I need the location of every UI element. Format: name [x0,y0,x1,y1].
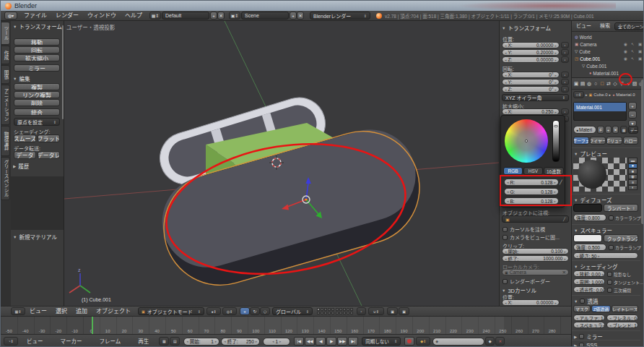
diffuse-color-swatch[interactable] [573,204,602,212]
shading-dropdown-icon[interactable]: ●⇕ [206,307,221,315]
window-titlebar[interactable]: Blender [1,1,644,11]
duplicate-button[interactable]: 複製 [14,83,60,90]
browse-icon[interactable]: □⇕ [573,91,584,98]
editor-type-icon[interactable]: ◔⇕ [4,337,18,346]
lock-icon[interactable]: ▫ [561,108,569,115]
tab-object-icon[interactable]: □ [599,81,605,86]
specular-shader-dropdown[interactable]: クックトランス⇕ [604,234,638,242]
transp-ztransp-tab[interactable]: Z値透過 [591,305,611,312]
outliner-search-menu[interactable]: 検索 [596,21,614,31]
eye-icon[interactable]: ◉ [624,49,627,53]
lock-cursor-row[interactable]: カーソルを注視 [502,226,545,233]
outliner-item-cube001[interactable]: ◳Cube.001 ◉↖▣ [572,55,644,62]
panel-header-specular[interactable]: ▼スペキュラー [572,224,640,234]
location-y-field[interactable]: Y:0.20000 [502,49,560,56]
jump-start-icon[interactable]: |◀ [294,337,304,346]
checkbox-icon[interactable] [502,279,508,284]
insert-keyframe-icon[interactable]: ◆ [485,337,495,346]
render-opengl-anim-icon[interactable]: ▣ [399,307,409,315]
layers-grid-1[interactable] [317,308,334,314]
render-icon[interactable]: ▣ [638,49,642,53]
eye-icon[interactable]: ◉ [624,42,627,46]
type-wire-tab[interactable]: ワイヤー [590,137,606,145]
tab-material-icon[interactable]: ● [625,81,631,86]
tab-texture-icon[interactable]: ▨ [632,81,638,87]
editor-type-icon[interactable]: ▦⇕ [11,307,25,315]
diffuse-shader-dropdown[interactable]: ランバート⇕ [604,204,638,212]
jump-end-icon[interactable]: ▶| [348,337,358,346]
menu-item[interactable]: ファイル [19,11,51,21]
shade-smooth-button[interactable]: スムーズ [14,134,36,142]
frame-history-icon[interactable]: ▤ [170,337,180,346]
render-border-row[interactable]: レンダーボーダー [502,278,550,285]
checkbox-icon[interactable] [502,227,508,232]
tab-scene-icon[interactable]: ◍ [586,81,592,87]
data-transfer-button[interactable]: データ [14,151,36,159]
outliner-item-material001[interactable]: ●Material.001 [572,69,644,77]
checkbox-icon[interactable] [579,334,584,339]
rotation-mode-dropdown[interactable]: XYZ オイラー角⇕ [502,94,569,101]
slot-remove-icon[interactable]: − [628,111,637,119]
current-frame-field[interactable]: 1 [263,338,290,346]
timeline-playhead[interactable] [92,317,93,335]
outliner-item-world[interactable]: ◍World [572,33,644,40]
preview-flat-icon[interactable]: ▬ [628,158,638,163]
blue-field[interactable]: B:0.128 [504,197,559,205]
menu-item[interactable]: マーカー [52,335,91,347]
tab-hex[interactable]: 16進数 [544,167,564,175]
scene-field[interactable]: Scene [241,12,289,20]
panel-header-sss[interactable]: ▶SSS [572,340,640,347]
location-x-field[interactable]: X:0.00000 [502,42,560,48]
tab-rgb[interactable]: RGB [503,167,523,175]
delete-button[interactable]: 削除 [14,99,60,106]
tangent-row[interactable]: タンジェント... [607,279,643,286]
transp-mask-tab[interactable]: マスク [573,305,591,312]
join-button[interactable]: 統合 [14,108,60,116]
tab-data-icon[interactable]: ▽ [619,81,625,87]
rotate-button[interactable]: 回転 [14,46,60,53]
outliner-item-cube[interactable]: ▽Cube ◉↖▣ [572,48,644,55]
tab-render-layers-icon[interactable]: ▤ [580,81,586,87]
green-field[interactable]: G:0.128 [504,188,559,195]
panel-header-diffuse[interactable]: ▼ディフューズ [572,194,640,204]
panel-header-transform[interactable]: ▼トランスフォーム [13,22,64,30]
lock-icon[interactable]: ▫ [561,86,569,93]
tab-world-icon[interactable]: ○ [593,81,599,86]
specular-color-swatch[interactable] [573,234,602,242]
toolshelf-tab[interactable]: ツール [1,22,10,45]
menu-item[interactable]: 再生 [129,335,157,347]
menu-item[interactable]: レンダー [51,11,83,21]
toolshelf-tab[interactable]: 関係 [1,65,10,84]
menu-item[interactable]: ビュー [18,335,52,347]
data-layout-transfer-button[interactable]: データレ [38,151,60,159]
lock-icon[interactable]: ▫ [561,72,569,78]
manipulator-rotate-icon[interactable]: ↻ [250,307,260,315]
orientation-dropdown[interactable]: グローバル⇕ [272,307,313,315]
preview-sky-icon[interactable]: ◐ [628,185,638,191]
shelf-scrollbar[interactable] [62,25,64,119]
outliner-view-menu[interactable]: ビュー [572,21,596,31]
shadeless-row[interactable]: 陰影なし [607,271,631,278]
checkbox-icon[interactable] [580,299,585,304]
fake-user-button[interactable]: F [597,126,604,134]
record-icon[interactable] [404,337,414,346]
sync-dropdown[interactable]: 同期しない⇕ [362,337,401,346]
lock-icon[interactable]: ▫ [561,49,569,56]
menu-item[interactable]: オブジェクト [92,307,135,317]
preview-hair-icon[interactable]: ≡ [628,179,638,185]
set-origin-dropdown[interactable]: 原点を設定⇕ [14,118,60,126]
close-icon[interactable]: ✕ [217,12,225,20]
tab-hsv[interactable]: HSV [523,167,543,175]
preview-range-icon[interactable]: ▦ [159,337,169,346]
unlink-icon[interactable]: ✕ [612,126,619,134]
nodes-icon[interactable]: ▦ [620,126,627,134]
next-keyframe-icon[interactable]: ▶▶ [337,337,347,346]
breadcrumb-material[interactable]: Material.0 [616,93,635,97]
panel-header-history[interactable]: ▶履歴 [13,162,64,170]
select-icon[interactable]: ↖ [631,56,635,61]
layers-grid-2[interactable] [336,308,353,314]
emit-field[interactable]: 放射: 0.00 [573,270,605,277]
alpha-field[interactable]: アルファ: 1.000 [573,314,605,321]
panel-header-mirror[interactable]: ▶ミラー [572,330,640,340]
menu-item[interactable]: 追加 [71,307,92,317]
